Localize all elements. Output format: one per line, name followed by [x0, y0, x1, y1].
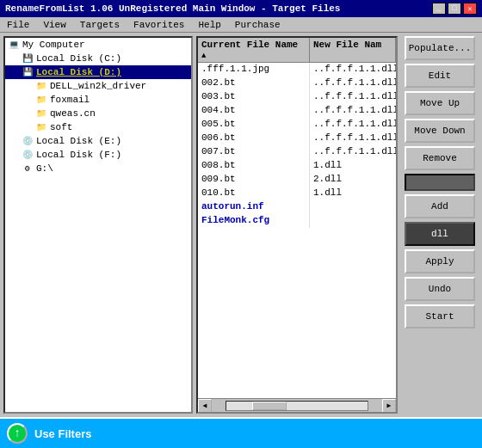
table-row[interactable]: 002.bt ..f.f.f.1.1.dll	[198, 77, 396, 90]
drive-g-icon: ⚙	[21, 163, 34, 175]
horizontal-scrollbar[interactable]: ◀ ▶	[198, 398, 396, 412]
use-filters-label: Use Filters	[34, 427, 91, 440]
menu-bar: File View Targets Favorites Help Purchas…	[0, 17, 482, 33]
tree-item-qweas[interactable]: 📁 qweas.cn	[5, 107, 191, 120]
disk-d-icon: 💾	[21, 66, 34, 78]
text-input-field[interactable]: dll	[405, 222, 475, 246]
cell-new: 1.dll	[310, 187, 396, 200]
color-swatch	[405, 174, 475, 191]
table-row[interactable]: .fff.1.1.jpg ..f.f.f.1.1.dll	[198, 63, 396, 77]
cell-current: autorun.inf	[198, 200, 310, 214]
table-row[interactable]: FileMonk.cfg	[198, 214, 396, 228]
computer-icon: 💻	[7, 39, 21, 51]
tree-item-foxmail[interactable]: 📁 foxmail	[5, 93, 191, 107]
undo-button[interactable]: Undo	[405, 277, 475, 301]
main-container: 💻 My Computer 💾 Local Disk (C:) 💾 Local …	[0, 33, 482, 448]
cell-new: 2.dll	[310, 173, 396, 187]
folder-foxmail-icon: 📁	[34, 94, 48, 106]
cell-new	[310, 214, 396, 228]
use-filters-icon: ↑	[7, 423, 28, 444]
table-row[interactable]: 009.bt 2.dll	[198, 173, 396, 187]
disk-c-icon: 💾	[21, 52, 34, 64]
cell-current: 010.bt	[198, 187, 310, 200]
file-list-body[interactable]: .fff.1.1.jpg ..f.f.f.1.1.dll 002.bt ..f.…	[198, 63, 396, 398]
title-text: RenameFromList 1.06 UnRegistered Main Wi…	[5, 3, 340, 14]
start-button[interactable]: Start	[405, 304, 475, 328]
move-up-button[interactable]: Move Up	[405, 91, 475, 115]
bottom-bar[interactable]: ↑ Use Filters	[0, 417, 482, 448]
disk-e-icon: 💿	[21, 135, 34, 147]
cell-new: 1.dll	[310, 159, 396, 173]
table-row[interactable]: 007.bt ..f.f.f.1.1.dll	[198, 145, 396, 159]
table-row[interactable]: 008.bt 1.dll	[198, 159, 396, 173]
cell-new: ..f.f.f.1.1.dll	[310, 63, 396, 77]
scroll-right-button[interactable]: ▶	[382, 399, 396, 413]
table-row[interactable]: 010.bt 1.dll	[198, 187, 396, 200]
table-row[interactable]: 005.bt ..f.f.f.1.1.dll	[198, 118, 396, 132]
close-button[interactable]: ✕	[463, 3, 477, 15]
populate-button[interactable]: Populate...	[405, 36, 475, 60]
menu-file[interactable]: File	[3, 19, 33, 31]
apply-button[interactable]: Apply	[405, 249, 475, 273]
cell-current: 007.bt	[198, 145, 310, 159]
cell-new: ..f.f.f.1.1.dll	[310, 132, 396, 145]
sort-arrow-icon: ▲	[201, 52, 206, 60]
cell-current: 006.bt	[198, 132, 310, 145]
content-area: 💻 My Computer 💾 Local Disk (C:) 💾 Local …	[0, 33, 482, 417]
menu-purchase[interactable]: Purchase	[232, 19, 284, 31]
scroll-track[interactable]	[226, 401, 368, 411]
menu-view[interactable]: View	[40, 19, 69, 31]
table-row[interactable]: 006.bt ..f.f.f.1.1.dll	[198, 132, 396, 145]
cell-current: 004.bt	[198, 104, 310, 118]
title-bar: RenameFromList 1.06 UnRegistered Main Wi…	[0, 0, 482, 17]
cell-current: 002.bt	[198, 77, 310, 90]
tree-item-local-d[interactable]: 💾 Local Disk (D:)	[5, 65, 191, 79]
cell-current: 005.bt	[198, 118, 310, 132]
file-list-panel: Current File Name ▲ New File Nam .fff.1.…	[196, 36, 398, 414]
remove-button[interactable]: Remove	[405, 146, 475, 170]
move-down-button[interactable]: Move Down	[405, 119, 475, 143]
add-button[interactable]: Add	[405, 194, 475, 218]
folder-soft-icon: 📁	[34, 121, 48, 133]
menu-targets[interactable]: Targets	[77, 19, 123, 31]
cell-new: ..f.f.f.1.1.dll	[310, 118, 396, 132]
tree-item-soft[interactable]: 📁 soft	[5, 120, 191, 134]
menu-favorites[interactable]: Favorites	[130, 19, 188, 31]
scroll-left-button[interactable]: ◀	[198, 399, 212, 413]
table-row[interactable]: autorun.inf	[198, 200, 396, 214]
cell-new	[310, 200, 396, 214]
scroll-thumb[interactable]	[252, 402, 287, 410]
table-row[interactable]: 004.bt ..f.f.f.1.1.dll	[198, 104, 396, 118]
folder-qweas-icon: 📁	[34, 107, 48, 120]
title-bar-buttons: _ □ ✕	[432, 3, 477, 15]
file-list-header: Current File Name ▲ New File Nam	[198, 38, 396, 63]
right-button-panel: Populate... Edit Move Up Move Down Remov…	[401, 36, 479, 414]
cell-new: ..f.f.f.1.1.dll	[310, 77, 396, 90]
header-current-name[interactable]: Current File Name ▲	[198, 38, 310, 62]
cell-current: 008.bt	[198, 159, 310, 173]
tree-item-my-computer[interactable]: 💻 My Computer	[5, 38, 191, 52]
tree-item-dell[interactable]: 📁 DELL_win2k_driver	[5, 79, 191, 93]
folder-dell-icon: 📁	[34, 80, 48, 92]
edit-button[interactable]: Edit	[405, 64, 475, 88]
cell-new: ..f.f.f.1.1.dll	[310, 145, 396, 159]
table-row[interactable]: 003.bt ..f.f.f.1.1.dll	[198, 90, 396, 104]
header-new-name[interactable]: New File Nam	[310, 38, 396, 62]
tree-item-local-c[interactable]: 💾 Local Disk (C:)	[5, 52, 191, 65]
cell-current: 003.bt	[198, 90, 310, 104]
disk-f-icon: 💿	[21, 149, 34, 161]
tree-item-g[interactable]: ⚙ G:\	[5, 162, 191, 175]
tree-item-local-f[interactable]: 💿 Local Disk (F:)	[5, 148, 191, 162]
minimize-button[interactable]: _	[432, 3, 446, 15]
cell-new: ..f.f.f.1.1.dll	[310, 90, 396, 104]
menu-help[interactable]: Help	[195, 19, 224, 31]
cell-current: 009.bt	[198, 173, 310, 187]
cell-current: .fff.1.1.jpg	[198, 63, 310, 77]
file-tree-panel[interactable]: 💻 My Computer 💾 Local Disk (C:) 💾 Local …	[3, 36, 193, 414]
tree-item-local-e[interactable]: 💿 Local Disk (E:)	[5, 134, 191, 148]
cell-current: FileMonk.cfg	[198, 214, 310, 228]
cell-new: ..f.f.f.1.1.dll	[310, 104, 396, 118]
maximize-button[interactable]: □	[448, 3, 461, 15]
